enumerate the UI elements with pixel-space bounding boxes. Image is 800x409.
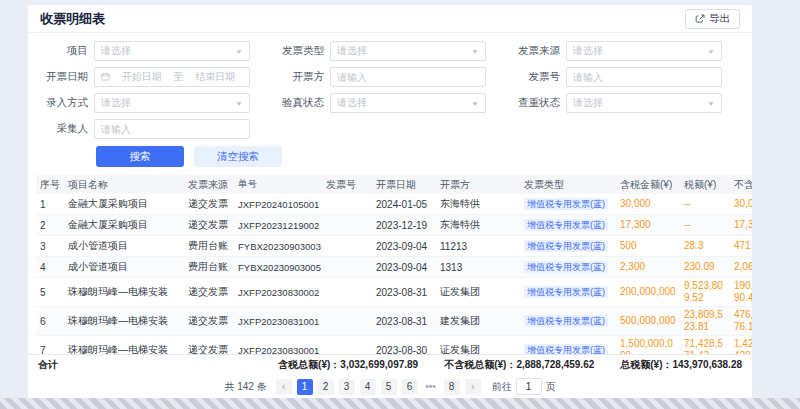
pager-page-8[interactable]: 8: [444, 379, 460, 395]
collector-input[interactable]: [101, 124, 243, 135]
filter-invoice-type-label: 发票类型: [266, 44, 330, 58]
filter-invoice-no: 发票号: [502, 67, 722, 87]
cell-net: 2,069.91: [730, 259, 752, 275]
cell-date: 2023-08-30: [372, 343, 436, 355]
filter-issuer-label: 开票方: [266, 70, 330, 84]
cell-order_no: JXFP20230830001: [234, 343, 322, 355]
filter-invoice-source-label: 发票来源: [502, 44, 566, 58]
verify-status-select-placeholder: 请选择: [337, 96, 367, 110]
chevron-down-icon: ▼: [235, 47, 243, 54]
pager-page-3[interactable]: 3: [339, 379, 355, 395]
pager-ellipsis[interactable]: •••: [423, 379, 439, 395]
column-header: 单号: [234, 178, 322, 191]
cell-order_no: JXFP20240105001: [234, 197, 322, 212]
summary-item: 总税额(¥)：143,970,638.28: [620, 358, 742, 372]
search-button[interactable]: 搜索: [96, 146, 184, 167]
invoice-date-range-picker[interactable]: 开始日期 至 结束日期: [94, 67, 250, 87]
export-button[interactable]: 导出: [685, 9, 740, 29]
cell-source: 递交发票: [184, 312, 234, 330]
date-separator: 至: [174, 70, 184, 84]
table-row[interactable]: 1金融大厦采购项目递交发票JXFP202401050012024-01-05东海…: [36, 194, 752, 215]
summary-total-label: 合计: [38, 358, 58, 372]
cell-net: 471.7: [730, 238, 752, 254]
cell-issuer: 1313: [436, 260, 520, 275]
cell-amount: 2,300: [616, 259, 680, 275]
pager-page-4[interactable]: 4: [360, 379, 376, 395]
cell-invoice_no: [322, 202, 372, 206]
project-select[interactable]: 请选择 ▼: [94, 41, 250, 61]
invoice-source-select-placeholder: 请选择: [573, 44, 603, 58]
pager-next-button[interactable]: ›: [465, 379, 481, 395]
cell-tax: 23,809,523.81: [680, 307, 730, 335]
invoice-type-tag: 增值税专用发票(蓝): [524, 344, 608, 354]
pager-goto: 前往 页: [492, 378, 556, 395]
filter-recheck-status: 查重状态 请选择 ▼: [502, 93, 722, 113]
issuer-input-wrap: [330, 67, 486, 87]
clear-search-button[interactable]: 清空搜索: [194, 146, 282, 167]
cell-no: 7: [36, 343, 64, 355]
invoice-no-input[interactable]: [573, 72, 715, 83]
table-row[interactable]: 7珠穆朗玛峰—电梯安装递交发票JXFP202308300012023-08-30…: [36, 336, 752, 354]
cell-project: 金融大厦采购项目: [64, 195, 184, 213]
date-start-placeholder: 开始日期: [114, 70, 170, 84]
pager-page-6[interactable]: 6: [402, 379, 418, 395]
invoice-type-select[interactable]: 请选择 ▼: [330, 41, 486, 61]
verify-status-select[interactable]: 请选择 ▼: [330, 93, 486, 113]
filter-invoice-date: 开票日期 开始日期 至 结束日期: [30, 67, 250, 87]
cell-order_no: FYBX20230903005: [234, 260, 322, 275]
filter-project-label: 项目: [30, 44, 94, 58]
pager-page-5[interactable]: 5: [381, 379, 397, 395]
pager-prev-button[interactable]: ‹: [276, 379, 292, 395]
table-body: 1金融大厦采购项目递交发票JXFP202401050012024-01-05东海…: [36, 194, 752, 354]
cell-date: 2023-12-19: [372, 218, 436, 233]
filter-invoice-no-label: 发票号: [502, 70, 566, 84]
column-header: 含税金额(¥): [616, 178, 680, 192]
export-icon: [695, 14, 705, 24]
entry-method-select[interactable]: 请选择 ▼: [94, 93, 250, 113]
column-header: 发票号: [322, 178, 372, 192]
cell-net: 190,476,190.48: [730, 278, 752, 306]
project-select-placeholder: 请选择: [101, 44, 131, 58]
filter-verify-status: 验真状态 请选择 ▼: [266, 93, 486, 113]
cell-source: 递交发票: [184, 195, 234, 213]
cell-no: 4: [36, 260, 64, 275]
cell-no: 1: [36, 197, 64, 212]
cell-invoice_no: [322, 223, 372, 227]
cell-tax: 230.09: [680, 259, 730, 275]
summary-items: 含税总额(¥)：3,032,699,097.89不含税总额(¥)：2,888,7…: [278, 358, 742, 372]
cell-no: 2: [36, 218, 64, 233]
cell-order_no: JXFP20230831001: [234, 314, 322, 329]
entry-method-select-placeholder: 请选择: [101, 96, 131, 110]
column-header: 发票来源: [184, 178, 234, 192]
chevron-down-icon: ▼: [235, 99, 243, 106]
goto-page-input[interactable]: [516, 378, 542, 395]
pager-page-1[interactable]: 1: [297, 379, 313, 395]
recheck-status-select[interactable]: 请选择 ▼: [566, 93, 722, 113]
filter-issuer: 开票方: [266, 67, 486, 87]
table-row[interactable]: 6珠穆朗玛峰—电梯安装递交发票JXFP202308310012023-08-31…: [36, 307, 752, 336]
cell-source: 递交发票: [184, 216, 234, 234]
cell-amount: 17,300: [616, 217, 680, 233]
cell-type: 增值税专用发票(蓝): [520, 342, 616, 354]
table-row[interactable]: 3成小管道项目费用台账FYBX202309030032023-09-041121…: [36, 236, 752, 257]
invoice-source-select[interactable]: 请选择 ▼: [566, 41, 722, 61]
invoice-table: 序号项目名称发票来源单号发票号开票日期开票方发票类型含税金额(¥)税额(¥)不含…: [28, 175, 752, 354]
table-row[interactable]: 5珠穆朗玛峰—电梯安装递交发票JXFP202308300022023-08-31…: [36, 278, 752, 307]
invoice-type-tag: 增值税专用发票(蓝): [524, 286, 608, 298]
table-row[interactable]: 4成小管道项目费用台账FYBX202309030052023-09-041313…: [36, 257, 752, 278]
table-row[interactable]: 2金融大厦采购项目递交发票JXFP202312190022023-12-19东海…: [36, 215, 752, 236]
chevron-down-icon: ▼: [471, 47, 479, 54]
chevron-down-icon: ▼: [707, 47, 715, 54]
filter-project: 项目 请选择 ▼: [30, 41, 250, 61]
issuer-input[interactable]: [337, 72, 479, 83]
cell-amount: 1,500,000,000: [616, 336, 680, 354]
pager-page-2[interactable]: 2: [318, 379, 334, 395]
filter-entry-method: 录入方式 请选择 ▼: [30, 93, 250, 113]
calendar-icon: [101, 72, 110, 83]
cell-date: 2024-01-05: [372, 197, 436, 212]
cell-no: 3: [36, 239, 64, 254]
recheck-status-select-placeholder: 请选择: [573, 96, 603, 110]
bottom-stripe-decoration: [0, 398, 800, 409]
filter-collector-label: 采集人: [30, 122, 94, 136]
cell-invoice_no: [322, 290, 372, 294]
